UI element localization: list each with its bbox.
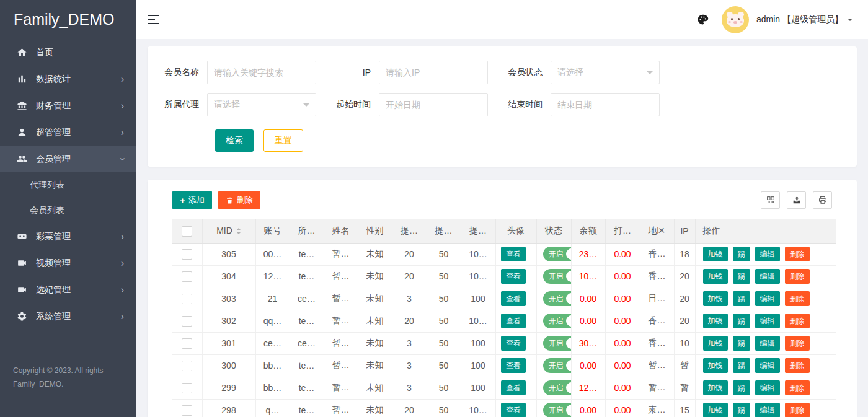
- col-header-9: 头像: [495, 219, 536, 243]
- status-toggle[interactable]: 开启: [543, 247, 572, 261]
- kick-button[interactable]: 踢: [733, 403, 750, 417]
- view-button[interactable]: 查看: [501, 403, 526, 417]
- row-checkbox[interactable]: [182, 405, 192, 416]
- row-checkbox[interactable]: [182, 361, 192, 371]
- top-header: admin 【超级管理员】: [136, 0, 868, 39]
- status-toggle-label: 开启: [549, 294, 564, 304]
- field-select[interactable]: 请选择: [207, 93, 316, 116]
- sidebar-item-8[interactable]: 系统管理›: [0, 303, 136, 330]
- view-button[interactable]: 查看: [501, 380, 526, 395]
- status-toggle[interactable]: 开启: [543, 314, 572, 328]
- field-select[interactable]: 请选择: [551, 61, 660, 84]
- view-button[interactable]: 查看: [501, 336, 526, 351]
- add-money-button[interactable]: 加钱: [703, 291, 728, 306]
- columns-icon[interactable]: [761, 191, 780, 209]
- delete-row-button[interactable]: 删除: [785, 336, 810, 351]
- cell-agent: te…: [290, 243, 324, 265]
- delete-row-button[interactable]: 删除: [785, 314, 810, 328]
- add-money-button[interactable]: 加钱: [703, 269, 728, 284]
- view-button[interactable]: 查看: [501, 291, 526, 306]
- kick-button[interactable]: 踢: [733, 247, 750, 261]
- delete-row-button[interactable]: 删除: [785, 358, 810, 373]
- row-checkbox[interactable]: [182, 294, 192, 304]
- edit-button[interactable]: 编辑: [755, 314, 780, 328]
- cell-c7: 3: [392, 288, 427, 310]
- search-button[interactable]: 检索: [215, 129, 254, 152]
- edit-button[interactable]: 编辑: [755, 269, 780, 284]
- app-logo: Family_DEMO: [0, 0, 136, 39]
- print-icon[interactable]: [813, 191, 832, 209]
- user-menu[interactable]: admin 【超级管理员】: [756, 14, 843, 25]
- edit-button[interactable]: 编辑: [755, 247, 780, 261]
- sidebar-item-1[interactable]: 数据统计›: [0, 66, 136, 92]
- col-header-11: 余额: [571, 219, 605, 243]
- kick-button[interactable]: 踢: [733, 380, 750, 395]
- hamburger-icon[interactable]: [148, 12, 159, 27]
- cell-status: 开启: [536, 377, 571, 399]
- sidebar-item-4[interactable]: 会员管理›: [0, 146, 136, 172]
- field-input[interactable]: [379, 93, 488, 116]
- edit-button[interactable]: 编辑: [755, 291, 780, 306]
- delete-row-button[interactable]: 删除: [785, 247, 810, 261]
- kick-button[interactable]: 踢: [733, 269, 750, 284]
- delete-button[interactable]: 删除: [218, 191, 260, 209]
- cell-ip: 15: [674, 399, 695, 417]
- cell-c9: 10…: [461, 243, 495, 265]
- status-toggle[interactable]: 开启: [543, 291, 572, 306]
- edit-button[interactable]: 编辑: [755, 358, 780, 373]
- edit-button[interactable]: 编辑: [755, 336, 780, 351]
- view-button[interactable]: 查看: [501, 247, 526, 261]
- kick-button[interactable]: 踢: [733, 314, 750, 328]
- sidebar-item-6[interactable]: 视频管理›: [0, 250, 136, 276]
- view-button[interactable]: 查看: [501, 358, 526, 373]
- form-field: 会员名称: [159, 61, 330, 84]
- row-checkbox[interactable]: [182, 383, 192, 393]
- export-icon[interactable]: [787, 191, 806, 209]
- sort-icon[interactable]: [236, 226, 241, 237]
- edit-button[interactable]: 编辑: [755, 403, 780, 417]
- sidebar-item-2[interactable]: 财务管理›: [0, 92, 136, 119]
- field-input[interactable]: [551, 93, 660, 116]
- delete-row-button[interactable]: 删除: [785, 269, 810, 284]
- delete-row-button[interactable]: 删除: [785, 403, 810, 417]
- view-button[interactable]: 查看: [501, 314, 526, 328]
- sidebar-item-5[interactable]: 彩票管理›: [0, 223, 136, 250]
- add-money-button[interactable]: 加钱: [703, 380, 728, 395]
- status-toggle[interactable]: 开启: [543, 358, 572, 373]
- delete-row-button[interactable]: 删除: [785, 291, 810, 306]
- status-toggle[interactable]: 开启: [543, 380, 572, 395]
- view-button[interactable]: 查看: [501, 269, 526, 284]
- status-toggle[interactable]: 开启: [543, 269, 572, 284]
- add-money-button[interactable]: 加钱: [703, 336, 728, 351]
- sidebar-item-3[interactable]: 超管管理›: [0, 119, 136, 146]
- add-button[interactable]: +添加: [172, 191, 212, 209]
- kick-button[interactable]: 踢: [733, 358, 750, 373]
- kick-button[interactable]: 踢: [733, 291, 750, 306]
- sidebar-subitem-0[interactable]: 代理列表: [0, 172, 136, 198]
- reset-button[interactable]: 重置: [264, 129, 303, 152]
- delete-row-button[interactable]: 删除: [785, 380, 810, 395]
- kick-button[interactable]: 踢: [733, 336, 750, 351]
- sidebar-item-7[interactable]: 选妃管理›: [0, 276, 136, 303]
- status-toggle[interactable]: 开启: [543, 336, 572, 351]
- status-toggle[interactable]: 开启: [543, 403, 572, 417]
- user-avatar[interactable]: [722, 6, 749, 33]
- sidebar-subitem-1[interactable]: 会员列表: [0, 198, 136, 223]
- cell-wager: 0.00: [605, 288, 640, 310]
- row-checkbox[interactable]: [182, 338, 192, 349]
- field-input[interactable]: [379, 61, 488, 84]
- add-money-button[interactable]: 加钱: [703, 358, 728, 373]
- edit-button[interactable]: 编辑: [755, 380, 780, 395]
- select-all-checkbox[interactable]: [182, 226, 192, 237]
- cell-mid: 298: [202, 399, 255, 417]
- add-money-button[interactable]: 加钱: [703, 314, 728, 328]
- palette-icon[interactable]: [696, 13, 709, 26]
- row-checkbox[interactable]: [182, 271, 192, 282]
- add-money-button[interactable]: 加钱: [703, 247, 728, 261]
- field-input[interactable]: [207, 61, 316, 84]
- add-money-button[interactable]: 加钱: [703, 403, 728, 417]
- copyright-line-2: Family_DEMO.: [13, 377, 104, 391]
- sidebar-item-0[interactable]: 首页: [0, 39, 136, 66]
- row-checkbox[interactable]: [182, 316, 192, 327]
- row-checkbox[interactable]: [182, 249, 192, 260]
